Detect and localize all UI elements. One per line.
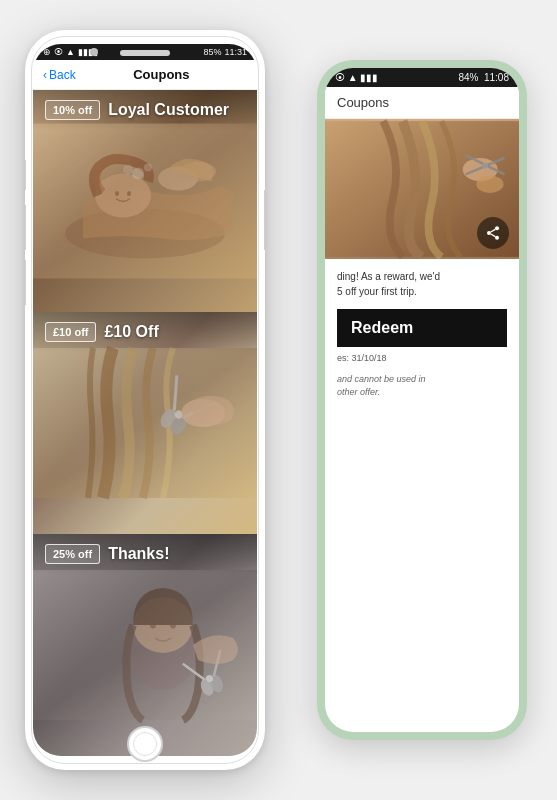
svg-point-6 — [495, 226, 499, 230]
front-nav-bar: ‹ Back Coupons — [33, 60, 257, 90]
power-button — [264, 190, 265, 250]
back-status-bar: ⦿ ▲ ▮▮▮ 84% 11:08 — [325, 68, 519, 87]
redeem-button[interactable]: Redeem — [337, 309, 507, 347]
current-time: 11:31 — [224, 47, 247, 57]
svg-point-33 — [170, 622, 176, 629]
front-camera — [90, 48, 98, 56]
coupon-1-title: Loyal Customer — [108, 101, 229, 119]
back-status-icons: ⦿ ▲ ▮▮▮ — [335, 72, 378, 83]
volume-up-button — [25, 205, 26, 250]
mute-button — [25, 160, 26, 190]
back-fine-print: and cannot be used in other offer. — [325, 369, 519, 402]
coupon-1-header: 10% off Loyal Customer — [33, 90, 257, 130]
coupons-list: 10% off Loyal Customer Expires 25/04/18 — [33, 90, 257, 756]
fine-print-2: other offer. — [337, 387, 380, 397]
back-chevron: ‹ — [43, 68, 47, 82]
coupon-3-badge: 25% off — [45, 544, 100, 564]
home-button[interactable] — [127, 726, 163, 762]
wifi-icon: ▲ — [66, 47, 75, 57]
gps-icon: ⊕ — [43, 47, 51, 57]
fine-print-1: and cannot be used in — [337, 374, 426, 384]
volume-down-button — [25, 260, 26, 305]
svg-point-7 — [487, 231, 491, 235]
svg-point-32 — [150, 622, 156, 629]
svg-point-17 — [144, 164, 152, 172]
back-expires-text: es: 31/10/18 — [337, 353, 387, 363]
front-screen: ⊕ ⦿ ▲ ▮▮▮▮ 85% 11:31 ‹ Back Coupons — [33, 44, 257, 756]
coupon-2-title: £10 Off — [104, 323, 158, 341]
svg-line-10 — [491, 229, 496, 232]
phone-back-screen: ⦿ ▲ ▮▮▮ 84% 11:08 Coupons — [325, 68, 519, 732]
bluetooth-icon: ⦿ — [54, 47, 63, 57]
svg-point-18 — [123, 165, 133, 175]
back-text-intro: ding! As a reward, we'd — [337, 271, 440, 282]
nav-title: Coupons — [76, 67, 247, 82]
coupon-card-3[interactable]: 25% off Thanks! Expires 31/10/18 — [33, 534, 257, 756]
back-nav-title: Coupons — [337, 95, 389, 110]
home-button-ring — [133, 732, 157, 756]
phone-back: ⦿ ▲ ▮▮▮ 84% 11:08 Coupons — [317, 60, 527, 740]
coupon-card-2[interactable]: £10 off £10 Off Expires 25/04/18 — [33, 312, 257, 534]
coupon-2-badge: £10 off — [45, 322, 96, 342]
share-button[interactable] — [477, 217, 509, 249]
back-label: Back — [49, 68, 76, 82]
back-expires: es: 31/10/18 — [325, 347, 519, 369]
back-hero-image — [325, 119, 519, 259]
svg-line-9 — [491, 234, 496, 237]
share-icon — [485, 225, 501, 241]
back-button[interactable]: ‹ Back — [43, 68, 76, 82]
coupon-card-1[interactable]: 10% off Loyal Customer Expires 25/04/18 — [33, 90, 257, 312]
back-text-sub: 5 off your first trip. — [337, 286, 417, 297]
svg-point-2 — [476, 175, 503, 192]
back-content: ding! As a reward, we'd 5 off your first… — [325, 119, 519, 732]
svg-point-13 — [95, 174, 151, 218]
svg-point-20 — [127, 191, 131, 196]
svg-point-8 — [495, 236, 499, 240]
front-speaker — [120, 50, 170, 56]
back-nav-bar: Coupons — [325, 87, 519, 119]
svg-point-16 — [132, 168, 144, 180]
svg-point-19 — [115, 191, 119, 196]
back-battery-time: 84% 11:08 — [458, 72, 509, 83]
svg-point-5 — [482, 163, 488, 169]
status-right-icons: 85% 11:31 — [203, 47, 247, 57]
redeem-label: Redeem — [351, 319, 413, 336]
coupon-1-badge: 10% off — [45, 100, 100, 120]
coupon-2-header: £10 off £10 Off — [33, 312, 257, 352]
coupon-3-title: Thanks! — [108, 545, 169, 563]
back-text-section: ding! As a reward, we'd 5 off your first… — [325, 259, 519, 309]
battery-level: 85% — [203, 47, 221, 57]
phone-front: ⊕ ⦿ ▲ ▮▮▮▮ 85% 11:31 ‹ Back Coupons — [25, 30, 265, 770]
coupon-3-header: 25% off Thanks! — [33, 534, 257, 574]
